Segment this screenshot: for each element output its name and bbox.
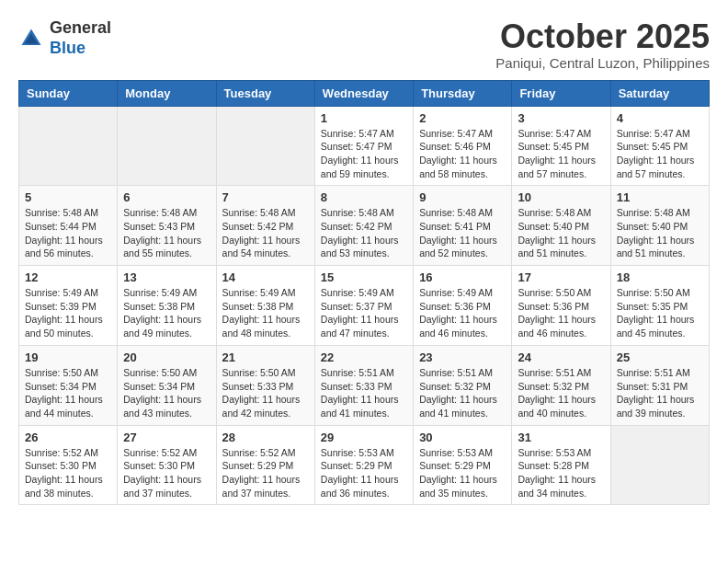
day-number: 11 <box>617 190 703 204</box>
day-info: Sunrise: 5:48 AM Sunset: 5:40 PM Dayligh… <box>617 206 703 260</box>
logo-blue: Blue <box>50 39 111 59</box>
day-number: 30 <box>419 431 506 444</box>
day-info: Sunrise: 5:50 AM Sunset: 5:36 PM Dayligh… <box>518 286 604 340</box>
day-info: Sunrise: 5:48 AM Sunset: 5:42 PM Dayligh… <box>222 206 309 260</box>
day-number: 6 <box>123 190 210 204</box>
day-number: 24 <box>518 350 604 364</box>
day-number: 10 <box>518 190 604 204</box>
day-number: 9 <box>419 190 506 204</box>
day-number: 13 <box>123 270 210 284</box>
day-number: 7 <box>222 190 309 204</box>
calendar-week-3: 12Sunrise: 5:49 AM Sunset: 5:39 PM Dayli… <box>19 266 710 346</box>
day-info: Sunrise: 5:53 AM Sunset: 5:29 PM Dayligh… <box>419 446 506 500</box>
calendar-cell: 24Sunrise: 5:51 AM Sunset: 5:32 PM Dayli… <box>512 345 610 425</box>
calendar-cell: 28Sunrise: 5:52 AM Sunset: 5:29 PM Dayli… <box>216 425 314 505</box>
calendar-cell: 3Sunrise: 5:47 AM Sunset: 5:45 PM Daylig… <box>512 106 610 186</box>
calendar-cell: 12Sunrise: 5:49 AM Sunset: 5:39 PM Dayli… <box>19 266 118 346</box>
calendar-cell: 25Sunrise: 5:51 AM Sunset: 5:31 PM Dayli… <box>610 345 709 425</box>
calendar-cell: 19Sunrise: 5:50 AM Sunset: 5:34 PM Dayli… <box>19 345 118 425</box>
day-number: 23 <box>419 350 506 364</box>
day-number: 20 <box>123 350 210 364</box>
logo-general: General <box>50 18 111 39</box>
day-number: 3 <box>518 111 604 125</box>
day-info: Sunrise: 5:48 AM Sunset: 5:41 PM Dayligh… <box>419 206 506 260</box>
day-number: 28 <box>222 431 309 444</box>
day-info: Sunrise: 5:50 AM Sunset: 5:34 PM Dayligh… <box>123 366 210 420</box>
calendar-cell: 10Sunrise: 5:48 AM Sunset: 5:40 PM Dayli… <box>512 186 610 266</box>
page-header: General Blue October 2025 Paniqui, Centr… <box>18 18 710 71</box>
calendar-cell <box>19 106 118 186</box>
day-number: 16 <box>419 270 506 284</box>
location: Paniqui, Central Luzon, Philippines <box>495 55 710 71</box>
day-info: Sunrise: 5:49 AM Sunset: 5:38 PM Dayligh… <box>123 286 210 340</box>
calendar-cell: 29Sunrise: 5:53 AM Sunset: 5:29 PM Dayli… <box>314 425 413 505</box>
calendar-cell: 1Sunrise: 5:47 AM Sunset: 5:47 PM Daylig… <box>314 106 413 186</box>
day-number: 19 <box>25 350 111 364</box>
day-info: Sunrise: 5:50 AM Sunset: 5:33 PM Dayligh… <box>222 366 309 420</box>
day-info: Sunrise: 5:52 AM Sunset: 5:29 PM Dayligh… <box>222 446 309 500</box>
calendar-cell: 26Sunrise: 5:52 AM Sunset: 5:30 PM Dayli… <box>19 425 118 505</box>
weekday-header-thursday: Thursday <box>414 80 512 106</box>
day-number: 29 <box>321 431 407 444</box>
calendar-cell: 17Sunrise: 5:50 AM Sunset: 5:36 PM Dayli… <box>512 266 610 346</box>
logo-icon <box>18 26 44 52</box>
calendar-cell: 23Sunrise: 5:51 AM Sunset: 5:32 PM Dayli… <box>414 345 512 425</box>
calendar-cell <box>216 106 314 186</box>
calendar-cell: 9Sunrise: 5:48 AM Sunset: 5:41 PM Daylig… <box>414 186 512 266</box>
day-info: Sunrise: 5:49 AM Sunset: 5:37 PM Dayligh… <box>321 286 407 340</box>
day-info: Sunrise: 5:50 AM Sunset: 5:35 PM Dayligh… <box>617 286 703 340</box>
day-number: 4 <box>617 111 703 125</box>
day-info: Sunrise: 5:48 AM Sunset: 5:40 PM Dayligh… <box>518 206 604 260</box>
calendar-cell: 16Sunrise: 5:49 AM Sunset: 5:36 PM Dayli… <box>414 266 512 346</box>
calendar-cell: 27Sunrise: 5:52 AM Sunset: 5:30 PM Dayli… <box>118 425 216 505</box>
day-number: 18 <box>617 270 703 284</box>
day-info: Sunrise: 5:53 AM Sunset: 5:29 PM Dayligh… <box>321 446 407 500</box>
day-info: Sunrise: 5:52 AM Sunset: 5:30 PM Dayligh… <box>123 446 210 500</box>
calendar-cell: 30Sunrise: 5:53 AM Sunset: 5:29 PM Dayli… <box>414 425 512 505</box>
calendar-week-2: 5Sunrise: 5:48 AM Sunset: 5:44 PM Daylig… <box>19 186 710 266</box>
title-section: October 2025 Paniqui, Central Luzon, Phi… <box>495 18 710 71</box>
calendar-cell: 11Sunrise: 5:48 AM Sunset: 5:40 PM Dayli… <box>610 186 709 266</box>
month-title: October 2025 <box>495 18 710 55</box>
day-number: 2 <box>419 111 506 125</box>
day-info: Sunrise: 5:53 AM Sunset: 5:28 PM Dayligh… <box>518 446 604 500</box>
day-info: Sunrise: 5:49 AM Sunset: 5:39 PM Dayligh… <box>25 286 111 340</box>
weekday-header-row: SundayMondayTuesdayWednesdayThursdayFrid… <box>19 80 710 106</box>
calendar-cell: 4Sunrise: 5:47 AM Sunset: 5:45 PM Daylig… <box>610 106 709 186</box>
day-info: Sunrise: 5:49 AM Sunset: 5:36 PM Dayligh… <box>419 286 506 340</box>
day-number: 17 <box>518 270 604 284</box>
logo: General Blue <box>18 18 111 58</box>
calendar-week-4: 19Sunrise: 5:50 AM Sunset: 5:34 PM Dayli… <box>19 345 710 425</box>
day-info: Sunrise: 5:48 AM Sunset: 5:42 PM Dayligh… <box>321 206 407 260</box>
day-number: 31 <box>518 431 604 444</box>
day-number: 12 <box>25 270 111 284</box>
weekday-header-monday: Monday <box>118 80 216 106</box>
day-info: Sunrise: 5:47 AM Sunset: 5:47 PM Dayligh… <box>321 127 407 181</box>
logo-text: General Blue <box>50 18 111 58</box>
calendar-week-5: 26Sunrise: 5:52 AM Sunset: 5:30 PM Dayli… <box>19 425 710 505</box>
day-info: Sunrise: 5:47 AM Sunset: 5:45 PM Dayligh… <box>617 127 703 181</box>
day-info: Sunrise: 5:47 AM Sunset: 5:46 PM Dayligh… <box>419 127 506 181</box>
calendar-cell: 21Sunrise: 5:50 AM Sunset: 5:33 PM Dayli… <box>216 345 314 425</box>
day-number: 5 <box>25 190 111 204</box>
day-number: 21 <box>222 350 309 364</box>
calendar-cell <box>118 106 216 186</box>
day-info: Sunrise: 5:51 AM Sunset: 5:32 PM Dayligh… <box>518 366 604 420</box>
calendar-cell: 18Sunrise: 5:50 AM Sunset: 5:35 PM Dayli… <box>610 266 709 346</box>
weekday-header-friday: Friday <box>512 80 610 106</box>
weekday-header-wednesday: Wednesday <box>314 80 413 106</box>
day-info: Sunrise: 5:48 AM Sunset: 5:44 PM Dayligh… <box>25 206 111 260</box>
day-info: Sunrise: 5:47 AM Sunset: 5:45 PM Dayligh… <box>518 127 604 181</box>
calendar-cell: 20Sunrise: 5:50 AM Sunset: 5:34 PM Dayli… <box>118 345 216 425</box>
weekday-header-sunday: Sunday <box>19 80 118 106</box>
calendar-cell: 14Sunrise: 5:49 AM Sunset: 5:38 PM Dayli… <box>216 266 314 346</box>
calendar-cell <box>610 425 709 505</box>
calendar-table: SundayMondayTuesdayWednesdayThursdayFrid… <box>18 80 710 506</box>
day-info: Sunrise: 5:50 AM Sunset: 5:34 PM Dayligh… <box>25 366 111 420</box>
day-number: 1 <box>321 111 407 125</box>
calendar-cell: 2Sunrise: 5:47 AM Sunset: 5:46 PM Daylig… <box>414 106 512 186</box>
calendar-cell: 5Sunrise: 5:48 AM Sunset: 5:44 PM Daylig… <box>19 186 118 266</box>
day-info: Sunrise: 5:51 AM Sunset: 5:32 PM Dayligh… <box>419 366 506 420</box>
day-number: 22 <box>321 350 407 364</box>
day-number: 15 <box>321 270 407 284</box>
